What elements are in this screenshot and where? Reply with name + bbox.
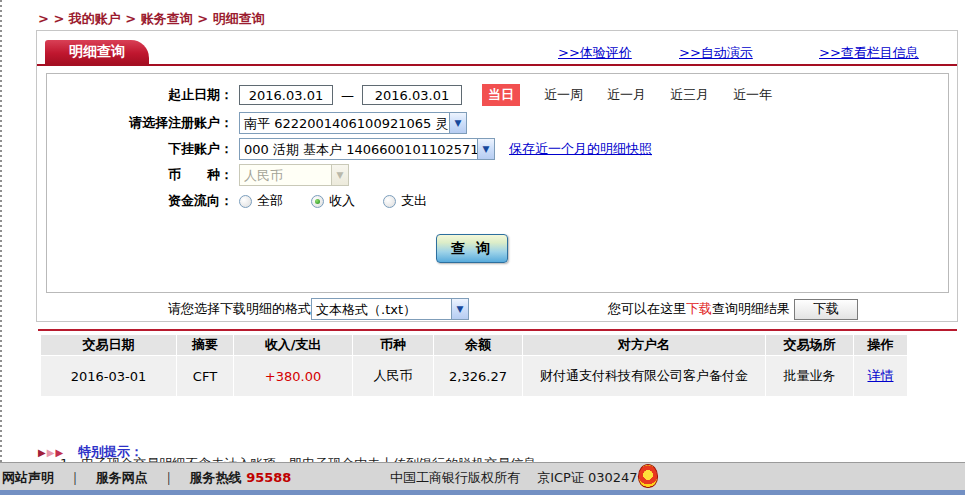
page: > > 我的账户 > 账务查询 > 明细查询 明细查询 >>体验评价 >>自动演… [0,0,965,495]
range-last-year-link[interactable]: 近一年 [733,86,772,104]
col-balance: 余额 [434,335,522,355]
radio-icon[interactable] [239,195,252,208]
flow-option-all[interactable]: 全部 [239,192,283,210]
table-row: 2016-03-01 CFT +380.00 人民币 2,326.27 财付通支… [41,356,907,396]
tab-underline [37,64,957,66]
copyright-text: 中国工商银行版权所有 京ICP证 030247号 [390,469,651,487]
sub-account-value: 000 活期 基本户 1406600101102571848 [240,139,477,159]
sub-account-label: 下挂账户： [47,140,233,158]
today-button[interactable]: 当日 [482,84,520,106]
footer-separator: ｜ [162,470,175,485]
date-dash: — [341,88,354,103]
link-auto-demo[interactable]: >>自动演示 [679,44,753,62]
col-summary: 摘要 [177,335,233,355]
radio-icon[interactable] [383,195,396,208]
col-counterparty: 对方户名 [523,335,765,355]
fund-flow-label: 资金流向： [47,192,233,210]
detail-query-panel: 明细查询 >>体验评价 >>自动演示 >>查看栏目信息 起止日期： — 当日 近… [36,30,958,322]
download-hint-group: 您可以在这里 下载 查询明细结果 下载 [608,299,858,320]
col-amount: 收入/支出 [234,335,352,355]
tab-title: 明细查询 [69,43,125,61]
cell-date: 2016-03-01 [41,356,176,396]
flow-option-income-label: 收入 [329,192,355,210]
date-from-input[interactable] [239,85,333,105]
currency-value: 人民币 [240,165,331,185]
flow-option-expense-label: 支出 [401,192,427,210]
cell-counterparty: 财付通支付科技有限公司客户备付金 [523,356,765,396]
cell-currency: 人民币 [353,356,433,396]
footer-links: 网站声明 ｜ 服务网点 ｜ 服务热线 95588 [2,469,291,487]
range-last-week-link[interactable]: 近一周 [544,86,583,104]
date-range-label: 起止日期： [47,86,233,104]
hotline-label: 服务热线 [190,470,242,485]
range-last-month-link[interactable]: 近一月 [607,86,646,104]
radio-checked-icon[interactable] [311,195,324,208]
table-header-row: 交易日期 摘要 收入/支出 币种 余额 对方户名 交易场所 操作 [41,335,907,355]
tips-arrow-icon: ▶ [47,447,55,458]
cell-summary: CFT [177,356,233,396]
cell-venue: 批量业务 [766,356,853,396]
query-form: 起止日期： — 当日 近一周 近一月 近三月 近一年 请选择注册账户： 南平 6… [46,73,949,293]
currency-label: 币 种： [47,166,233,184]
flow-option-expense[interactable]: 支出 [383,192,427,210]
red-divider [38,329,957,331]
cell-amount: +380.00 [234,356,352,396]
service-branch-link[interactable]: 服务网点 [96,470,148,485]
col-venue: 交易场所 [766,335,853,355]
download-row: 请您选择下载明细的格式 文本格式（.txt） ▼ 您可以在这里 下载 查询明细结… [46,297,948,321]
download-format-value: 文本格式（.txt） [312,299,451,319]
flow-option-income[interactable]: 收入 [311,192,355,210]
download-button[interactable]: 下载 [794,299,858,320]
query-button[interactable]: 查 询 [436,234,508,263]
hotline-number: 95588 [246,470,291,485]
chevron-down-icon: ▼ [451,299,468,319]
download-format-select[interactable]: 文本格式（.txt） ▼ [311,298,469,320]
chevron-down-icon: ▼ [331,165,348,185]
link-experience-review[interactable]: >>体验评价 [558,44,632,62]
footer-blue-bar [0,490,965,495]
download-format-label: 请您选择下载明细的格式 [168,300,311,318]
currency-select: 人民币 ▼ [239,164,349,186]
chevron-down-icon: ▼ [449,113,466,133]
registered-account-row: 请选择注册账户： 南平 6222001406100921065 灵通卡 ▼ [47,112,948,134]
detail-link[interactable]: 详情 [868,368,894,383]
col-date: 交易日期 [41,335,176,355]
tab-detail-query[interactable]: 明细查询 [45,40,149,64]
sub-account-row: 下挂账户： 000 活期 基本户 1406600101102571848 ▼ 保… [47,138,948,160]
date-range-row: 起止日期： — 当日 近一周 近一月 近三月 近一年 [47,84,948,106]
col-action: 操作 [854,335,907,355]
result-table: 交易日期 摘要 收入/支出 币种 余额 对方户名 交易场所 操作 2016-03… [40,334,908,397]
left-dotted-border [0,0,2,462]
currency-row: 币 种： 人民币 ▼ [47,164,948,186]
registered-account-select[interactable]: 南平 6222001406100921065 灵通卡 ▼ [239,112,467,134]
footer-separator: ｜ [69,470,82,485]
date-to-input[interactable] [362,85,462,105]
icp-badge-icon [638,464,658,488]
sub-account-select[interactable]: 000 活期 基本户 1406600101102571848 ▼ [239,138,495,160]
range-last-3-months-link[interactable]: 近三月 [670,86,709,104]
flow-option-all-label: 全部 [257,192,283,210]
download-hint-suffix: 查询明细结果 [712,300,790,318]
chevron-down-icon: ▼ [477,139,494,159]
download-hint-prefix: 您可以在这里 [608,300,686,318]
link-view-column-info[interactable]: >>查看栏目信息 [819,44,919,62]
cell-balance: 2,326.27 [434,356,522,396]
footer-bar: 网站声明 ｜ 服务网点 ｜ 服务热线 95588 中国工商银行版权所有 京ICP… [0,462,965,490]
registered-account-label: 请选择注册账户： [47,114,233,132]
tips-arrow-icon: ▶ [38,447,46,458]
registered-account-value: 南平 6222001406100921065 灵通卡 [240,113,449,133]
col-currency: 币种 [353,335,433,355]
save-snapshot-link[interactable]: 保存近一个月的明细快照 [509,140,652,158]
breadcrumb: > > 我的账户 > 账务查询 > 明细查询 [38,10,265,28]
download-hint-highlight: 下载 [686,300,712,318]
site-statement-link[interactable]: 网站声明 [2,470,54,485]
fund-flow-row: 资金流向： 全部 收入 支出 [47,192,948,210]
